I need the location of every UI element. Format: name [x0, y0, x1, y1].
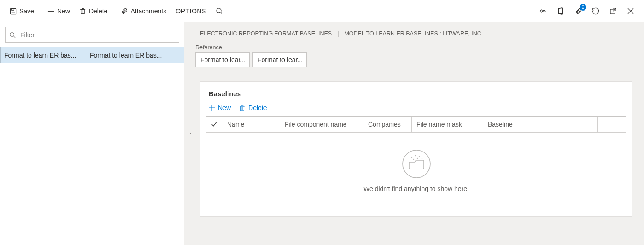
new-label: New — [57, 7, 70, 15]
empty-state: We didn't find anything to show here. — [206, 133, 626, 209]
close-icon[interactable] — [626, 6, 635, 16]
separator — [114, 5, 114, 18]
empty-folder-icon — [402, 149, 431, 179]
card-new-label: New — [218, 104, 231, 111]
card-delete-label: Delete — [248, 104, 267, 111]
breadcrumb-b: MODEL TO LEARN ER BASELINES : LITWARE, I… — [344, 30, 483, 37]
reference-value-1[interactable]: Format to lear... — [195, 52, 250, 67]
pane-resize-handle[interactable]: ⋮ — [188, 130, 192, 136]
filter-field[interactable] — [19, 31, 175, 39]
breadcrumb-a[interactable]: ELECTRONIC REPORTING FORMAT BASELINES — [200, 30, 332, 37]
attach-doc-icon[interactable]: 0 — [574, 6, 583, 16]
column-file-component[interactable]: File component name — [280, 117, 363, 132]
action-pane: Save New Delete Attachments OPTIONS — [0, 0, 644, 22]
table-header: Name File component name Companies File … — [206, 117, 626, 133]
attach-badge: 0 — [580, 4, 586, 11]
filter-wrap — [0, 22, 184, 47]
card-delete-button[interactable]: Delete — [239, 104, 267, 111]
list-cell-2: Format to learn ER bas... — [90, 52, 181, 59]
filter-input[interactable] — [5, 27, 179, 43]
attachments-button[interactable]: Attachments — [116, 3, 171, 19]
right-icons: 0 — [539, 6, 639, 16]
column-select[interactable] — [206, 117, 222, 132]
baselines-card: Baselines New Delete — [200, 81, 632, 217]
reference-value-2[interactable]: Format to lear... — [252, 52, 307, 67]
plus-icon — [209, 105, 215, 111]
svg-point-10 — [421, 158, 422, 158]
office-icon[interactable] — [556, 6, 565, 16]
card-title: Baselines — [200, 82, 632, 101]
left-pane: Format to learn ER bas... Format to lear… — [0, 22, 184, 245]
column-companies[interactable]: Companies — [363, 117, 412, 132]
list-cell-1: Format to learn ER bas... — [4, 52, 90, 59]
separator — [41, 5, 41, 18]
column-baseline[interactable]: Baseline — [483, 117, 597, 132]
svg-point-9 — [418, 156, 419, 157]
svg-point-6 — [403, 150, 430, 178]
connector-icon[interactable] — [539, 6, 548, 16]
save-label: Save — [19, 7, 34, 15]
paperclip-icon — [121, 7, 128, 15]
workspace: Format to learn ER bas... Format to lear… — [0, 22, 644, 245]
trash-icon — [79, 7, 86, 15]
search-button[interactable] — [211, 3, 228, 19]
refresh-icon[interactable] — [591, 6, 600, 16]
svg-point-2 — [217, 8, 221, 13]
options-label: OPTIONS — [176, 7, 206, 15]
table-wrap: Name File component name Companies File … — [200, 116, 632, 209]
svg-rect-1 — [81, 9, 85, 13]
delete-label: Delete — [89, 7, 107, 15]
reference-label: Reference — [184, 41, 644, 52]
save-button[interactable]: Save — [5, 3, 39, 19]
svg-point-7 — [411, 157, 412, 158]
svg-point-8 — [415, 155, 416, 156]
search-icon — [216, 7, 223, 15]
search-icon — [9, 32, 16, 38]
empty-text: We didn't find anything to show here. — [363, 185, 469, 192]
popout-icon[interactable] — [609, 6, 618, 16]
column-name[interactable]: Name — [222, 117, 280, 132]
svg-point-11 — [416, 158, 417, 158]
reference-row: Format to lear... Format to lear... — [184, 52, 644, 67]
svg-point-4 — [10, 32, 14, 36]
card-actions: New Delete — [200, 101, 632, 116]
attachments-label: Attachments — [130, 7, 166, 15]
breadcrumb: ELECTRONIC REPORTING FORMAT BASELINES | … — [184, 22, 644, 41]
baselines-table: Name File component name Companies File … — [206, 116, 626, 209]
trash-icon — [239, 105, 246, 111]
svg-rect-5 — [241, 106, 244, 111]
breadcrumb-separator: | — [337, 30, 339, 37]
delete-button[interactable]: Delete — [75, 3, 112, 19]
options-button[interactable]: OPTIONS — [171, 3, 211, 19]
svg-point-12 — [413, 158, 414, 159]
plus-icon — [47, 8, 54, 15]
card-new-button[interactable]: New — [209, 104, 231, 111]
list-row[interactable]: Format to learn ER bas... Format to lear… — [0, 47, 184, 63]
column-file-mask[interactable]: File name mask — [412, 117, 483, 132]
save-icon — [10, 8, 17, 15]
right-pane: ⋮ ELECTRONIC REPORTING FORMAT BASELINES … — [184, 22, 644, 245]
new-button[interactable]: New — [43, 3, 75, 19]
column-spacer — [597, 117, 626, 132]
